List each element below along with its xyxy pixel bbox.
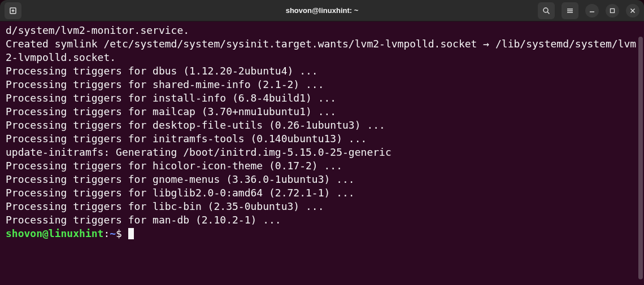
- terminal-line: Processing triggers for shared-mime-info…: [6, 78, 324, 90]
- search-icon: [542, 7, 550, 15]
- close-icon: [630, 8, 636, 14]
- new-tab-button[interactable]: [5, 2, 21, 19]
- terminal-line: d/system/lvm2-monitor.service.: [6, 24, 189, 36]
- svg-point-3: [543, 8, 548, 12]
- maximize-button[interactable]: [606, 4, 619, 17]
- close-button[interactable]: [626, 4, 639, 17]
- titlebar-right: [526, 2, 639, 19]
- terminal-line: Processing triggers for gnome-menus (3.3…: [6, 173, 355, 185]
- minimize-button[interactable]: [585, 4, 599, 17]
- titlebar-left: [5, 2, 118, 19]
- menu-button[interactable]: [562, 2, 578, 19]
- svg-rect-9: [611, 8, 615, 12]
- terminal-window: shovon@linuxhint: ~: [0, 0, 644, 285]
- prompt-user-host: shovon@linuxhint: [6, 227, 103, 239]
- terminal-line: Processing triggers for libglib2.0-0:amd…: [6, 187, 355, 199]
- terminal-line: Processing triggers for install-info (6.…: [6, 92, 336, 104]
- terminal-cursor: [128, 228, 134, 239]
- maximize-icon: [610, 8, 615, 14]
- terminal-line: Processing triggers for man-db (2.10.2-1…: [6, 214, 281, 226]
- search-button[interactable]: [538, 2, 555, 19]
- scrollbar[interactable]: [637, 44, 643, 279]
- prompt-path: ~: [110, 227, 116, 239]
- svg-line-4: [547, 12, 550, 14]
- terminal-line: Created symlink /etc/systemd/system/sysi…: [6, 38, 636, 63]
- titlebar: shovon@linuxhint: ~: [0, 0, 644, 21]
- minimize-icon: [589, 8, 595, 14]
- prompt-separator: :: [103, 227, 110, 239]
- terminal-line: Processing triggers for libc-bin (2.35-0…: [6, 200, 324, 212]
- terminal-line: Processing triggers for desktop-file-uti…: [6, 119, 385, 131]
- hamburger-icon: [566, 7, 574, 15]
- terminal-line: Processing triggers for hicolor-icon-the…: [6, 160, 342, 172]
- scrollbar-thumb[interactable]: [638, 37, 643, 279]
- terminal-line: update-initramfs: Generating /boot/initr…: [6, 146, 391, 158]
- terminal-output[interactable]: d/system/lvm2-monitor.service. Created s…: [0, 21, 644, 285]
- terminal-line: Processing triggers for dbus (1.12.20-2u…: [6, 65, 318, 77]
- window-title: shovon@linuxhint: ~: [118, 6, 526, 15]
- prompt-dollar: $: [116, 227, 122, 239]
- new-tab-icon: [8, 6, 18, 15]
- terminal-line: Processing triggers for initramfs-tools …: [6, 133, 367, 144]
- terminal-line: Processing triggers for mailcap (3.70+nm…: [6, 106, 336, 117]
